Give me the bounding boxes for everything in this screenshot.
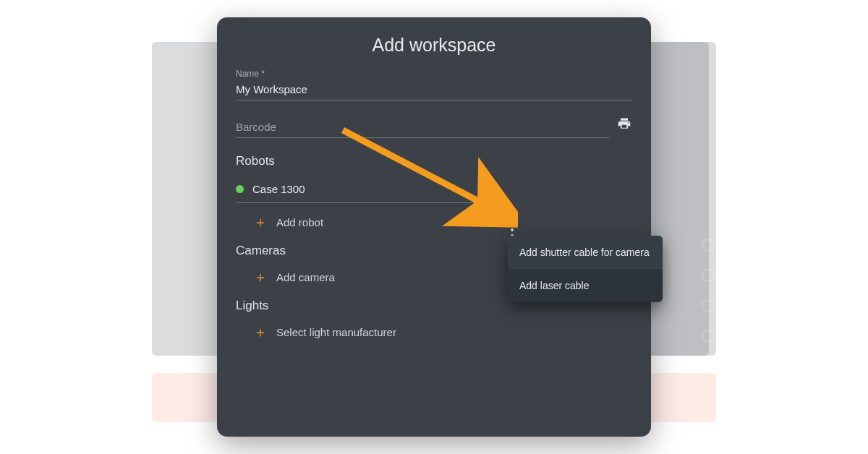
robot-name: Case 1300 xyxy=(252,183,480,195)
add-robot-label: Add robot xyxy=(276,216,323,228)
select-light-manufacturer-button[interactable]: ＋ Select light manufacturer xyxy=(253,325,632,339)
barcode-input[interactable] xyxy=(236,118,609,138)
select-light-label: Select light manufacturer xyxy=(276,326,396,338)
add-robot-button[interactable]: ＋ Add robot xyxy=(253,215,632,229)
print-icon[interactable] xyxy=(616,116,632,138)
robots-section-title: Robots xyxy=(236,154,632,168)
menu-item-add-laser-cable[interactable]: Add laser cable xyxy=(508,269,663,302)
robot-select[interactable]: Case 1300 xyxy=(236,179,496,203)
add-workspace-modal: Add workspace Name * Robots Case 1300 ＋ … xyxy=(217,17,651,437)
name-input[interactable] xyxy=(236,80,632,100)
background-icon-column xyxy=(702,239,715,343)
robot-options-menu: Add shutter cable for camera Add laser c… xyxy=(508,236,663,302)
modal-title: Add workspace xyxy=(236,35,632,56)
status-dot-icon xyxy=(236,185,244,193)
plus-icon: ＋ xyxy=(253,215,268,229)
add-camera-label: Add camera xyxy=(276,271,335,283)
name-field-wrapper: Name * xyxy=(236,69,632,100)
barcode-field-wrapper xyxy=(236,116,632,138)
plus-icon: ＋ xyxy=(253,325,268,339)
chevron-down-icon xyxy=(489,187,496,192)
menu-item-add-shutter-cable[interactable]: Add shutter cable for camera xyxy=(508,236,663,269)
name-label: Name * xyxy=(236,69,632,79)
plus-icon: ＋ xyxy=(253,270,268,284)
